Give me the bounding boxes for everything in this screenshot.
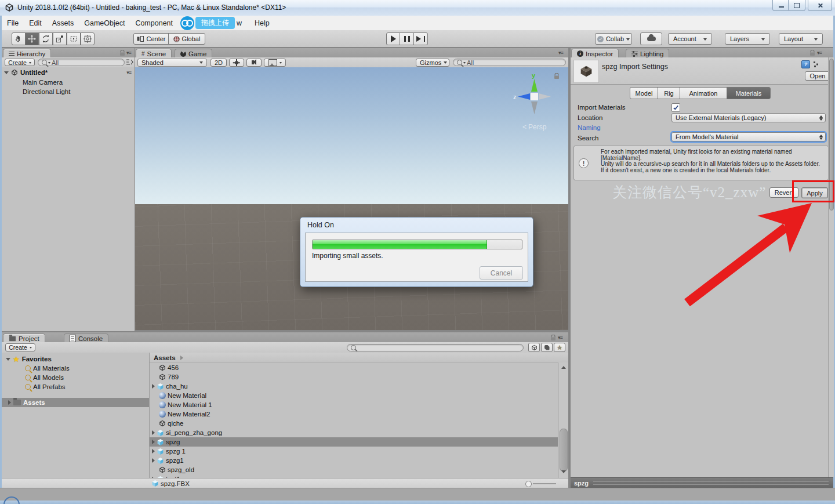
play-button[interactable] [386,32,401,45]
maximize-button[interactable] [788,0,805,11]
step-button[interactable] [413,32,428,45]
drag-upload-overlay[interactable]: 拖拽上传 [180,16,235,30]
rect-tool-button[interactable] [67,32,81,45]
panel-menu-icon[interactable]: ▾≡ [558,335,562,340]
breadcrumb-assets[interactable]: Assets [154,354,176,361]
list-item[interactable]: New Material2 [159,409,210,419]
naming-dropdown[interactable]: From Model's Material [671,132,826,142]
list-item[interactable]: New Material 1 [159,400,212,409]
inspector-scrollbar[interactable] [828,57,834,477]
menu-window-obscured[interactable]: w [235,16,247,30]
tab-animation[interactable]: Animation [680,87,727,99]
panel-menu-icon[interactable]: ▾≡ [126,50,131,56]
lighting-toggle-button[interactable] [229,59,244,67]
import-materials-checkbox[interactable] [671,103,680,112]
move-tool-button[interactable] [25,32,39,45]
hierarchy-item-directional-light[interactable]: Directional Light [2,87,135,96]
cloud-services-button[interactable] [640,32,662,45]
menu-assets[interactable]: Assets [47,16,79,30]
expand-right-icon[interactable] [8,400,11,405]
persp-label[interactable]: Persp [528,123,547,131]
list-item[interactable]: 789 [159,372,179,382]
location-dropdown[interactable]: Use External Materials (Legacy) [671,113,826,122]
pivot-toggle-button[interactable]: Center [133,33,169,45]
zoom-slider-knob[interactable] [525,481,532,487]
list-item[interactable]: spzg 1 [152,447,186,456]
panel-menu-icon[interactable]: ▾≡ [817,50,822,56]
expand-right-icon[interactable] [152,384,155,389]
axis-y-cone[interactable] [531,79,538,92]
list-item-selected[interactable]: spzg [150,437,558,447]
lock-icon[interactable] [554,73,560,79]
dialog-title-bar[interactable]: Hold On [300,217,533,233]
lock-icon[interactable] [119,50,125,56]
effects-dropdown-button[interactable] [264,59,286,67]
scale-tool-button[interactable] [53,32,67,45]
minimize-button[interactable] [772,0,790,11]
scene-menu-icon[interactable]: ▾≡ [126,70,131,75]
expand-right-icon[interactable] [152,440,155,444]
asset-thumbnail[interactable] [573,60,599,83]
favorites-row[interactable]: ★ Favorites [2,354,149,364]
menu-edit[interactable]: Edit [24,16,47,30]
hierarchy-sort-icon[interactable] [125,59,134,66]
scroll-down-icon[interactable] [561,470,566,473]
cancel-button[interactable]: Cancel [480,266,523,280]
hand-tool-button[interactable] [12,32,26,45]
preview-drag-handle[interactable] [593,481,829,485]
menu-help[interactable]: Help [249,16,275,30]
expand-right-icon[interactable] [152,458,155,463]
tab-inspector[interactable]: i Inspector [571,49,619,58]
tab-scene[interactable]: # Scene [136,49,172,58]
asset-list-scrollbar[interactable] [558,362,568,478]
2d-toggle-button[interactable]: 2D [210,59,227,67]
title-bar[interactable]: Unity 2018.1.0f2 (64bit) - Untitled - ba… [0,0,835,16]
space-toggle-button[interactable]: Global [168,33,205,45]
scrollbar-thumb[interactable] [560,429,568,472]
expand-down-icon[interactable] [4,71,9,74]
list-item[interactable]: qiche [159,419,184,428]
tab-lighting[interactable]: Lighting [626,49,669,58]
scroll-up-icon[interactable] [561,366,566,369]
pause-button[interactable] [400,32,414,45]
hierarchy-create-button[interactable]: Create [5,59,35,66]
audio-toggle-button[interactable] [246,59,262,67]
tab-game[interactable]: Game [175,49,212,58]
layers-dropdown[interactable]: Layers [725,33,770,45]
panel-menu-icon[interactable]: ▾≡ [558,50,563,56]
search-by-label-button[interactable] [541,343,553,352]
favorite-all-prefabs[interactable]: All Prefabs [2,382,149,391]
preview-header-bar[interactable]: spzg [571,477,833,488]
expand-down-icon[interactable] [6,358,10,361]
tab-rig[interactable]: Rig [658,87,680,99]
open-button[interactable]: Open [805,71,830,81]
account-dropdown[interactable]: Account [668,33,712,45]
gizmos-dropdown[interactable]: Gizmos [416,59,449,67]
hierarchy-scene-row[interactable]: Untitled* ▾≡ [2,68,135,77]
list-item[interactable]: New Material [159,391,206,400]
list-item[interactable]: cha_hu [152,382,188,391]
zoom-slider-track[interactable] [533,483,556,484]
tab-project[interactable]: Project [3,333,45,343]
scene-search-input[interactable]: All [453,59,566,66]
help-icon[interactable]: ? [801,60,810,68]
tab-hierarchy[interactable]: Hierarchy [3,49,51,58]
close-button[interactable] [808,0,832,11]
transform-tool-button[interactable] [81,32,95,45]
menu-file[interactable]: File [2,16,24,30]
tab-materials[interactable]: Materials [727,87,771,99]
tab-console[interactable]: Console [64,333,108,343]
hierarchy-search-input[interactable]: All [38,59,125,66]
tab-model[interactable]: Model [630,87,658,99]
expand-right-icon[interactable] [152,449,155,454]
assets-root-row[interactable]: Assets [2,398,149,407]
expand-right-icon[interactable] [152,430,155,435]
project-create-button[interactable]: Create [5,343,35,351]
scene-viewport[interactable]: y z < Persp [135,67,568,330]
menu-component[interactable]: Component [130,16,178,30]
axis-down-cone[interactable] [531,101,538,114]
favorite-all-materials[interactable]: All Materials [2,364,149,373]
lock-icon[interactable] [809,50,815,56]
axis-z-cone[interactable] [518,93,530,100]
project-search-input[interactable] [347,344,524,351]
